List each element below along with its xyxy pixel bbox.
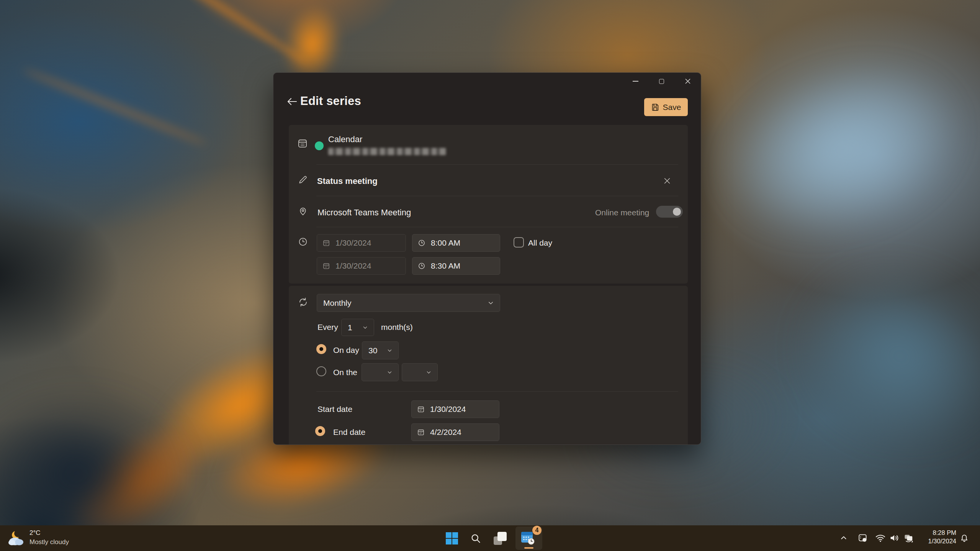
clock-field-icon xyxy=(418,239,425,247)
chevron-up-icon xyxy=(840,535,847,541)
calendar-icon xyxy=(297,138,308,149)
on-the-radio[interactable] xyxy=(316,366,326,376)
volume-button[interactable] xyxy=(888,531,901,544)
taskbar: 2°C Mostly cloudy 4 xyxy=(0,525,980,551)
calendar-field-icon xyxy=(322,262,330,270)
series-start-date-value: 1/30/2024 xyxy=(430,405,466,414)
tray-app-icon xyxy=(858,533,868,543)
bell-icon xyxy=(959,533,969,543)
series-start-date-field[interactable]: 1/30/2024 xyxy=(411,400,499,418)
week-ordinal-dropdown[interactable] xyxy=(362,363,399,381)
end-time-field[interactable]: 8:30 AM xyxy=(412,257,500,275)
chevron-down-icon xyxy=(387,348,392,353)
end-date-field[interactable]: 1/30/2024 xyxy=(317,257,406,275)
divider xyxy=(316,227,678,227)
windows-logo-icon xyxy=(446,532,458,544)
event-title-field[interactable]: Status meeting xyxy=(317,176,378,186)
clear-icon xyxy=(664,177,671,184)
divider xyxy=(316,391,678,392)
repeat-icon xyxy=(298,297,308,307)
wifi-icon xyxy=(875,533,886,543)
on-day-label: On day xyxy=(333,346,359,355)
clear-title-button[interactable] xyxy=(659,172,676,189)
start-date-value: 1/30/2024 xyxy=(335,238,371,248)
series-end-date-label: End date xyxy=(333,428,365,437)
minimize-button[interactable] xyxy=(627,73,644,90)
start-date-field[interactable]: 1/30/2024 xyxy=(317,234,406,252)
tray-sync-button[interactable] xyxy=(902,531,916,544)
task-view-icon xyxy=(494,532,507,545)
divider xyxy=(316,164,678,165)
calendar-field-icon xyxy=(417,405,425,413)
calendar-color-dot xyxy=(315,141,324,150)
series-end-date-field[interactable]: 4/2/2024 xyxy=(411,423,499,441)
search-button[interactable] xyxy=(469,531,483,545)
divider xyxy=(316,196,678,196)
clock-field-icon xyxy=(418,262,425,270)
weather-condition: Mostly cloudy xyxy=(29,538,69,547)
chevron-down-icon xyxy=(426,370,431,375)
recurrence-frequency-value: Monthly xyxy=(323,298,352,308)
task-view-button[interactable] xyxy=(493,531,507,545)
all-day-label: All day xyxy=(528,238,552,248)
on-day-radio[interactable] xyxy=(316,344,326,354)
recurrence-frequency-dropdown[interactable]: Monthly xyxy=(317,294,500,312)
weekday-dropdown[interactable] xyxy=(402,363,438,381)
chevron-down-icon xyxy=(363,325,368,330)
close-button[interactable] xyxy=(679,73,697,90)
taskbar-time: 8:28 PM xyxy=(928,528,956,537)
day-of-month-value: 30 xyxy=(368,346,377,355)
series-start-date-label: Start date xyxy=(317,405,352,414)
day-of-month-dropdown[interactable]: 30 xyxy=(362,341,399,359)
tray-app-button[interactable] xyxy=(856,531,869,544)
active-app-indicator xyxy=(524,547,533,549)
maximize-icon xyxy=(659,79,664,84)
start-time-field[interactable]: 8:00 AM xyxy=(412,234,500,252)
chevron-down-icon xyxy=(387,370,392,375)
account-email-redacted xyxy=(328,148,446,155)
pencil-icon xyxy=(298,175,308,185)
volume-icon xyxy=(889,533,900,543)
weather-temperature: 2°C xyxy=(29,528,69,538)
back-button[interactable] xyxy=(285,96,299,108)
start-time-value: 8:00 AM xyxy=(431,238,460,248)
search-icon xyxy=(470,533,481,544)
all-day-checkbox[interactable] xyxy=(514,237,524,248)
save-button[interactable]: Save xyxy=(644,98,688,116)
weather-moon-cloud-icon xyxy=(7,530,25,546)
calendar-picker-label[interactable]: Calendar xyxy=(328,134,362,144)
calendar-app-button[interactable]: 4 xyxy=(515,526,542,550)
every-label: Every xyxy=(317,323,338,332)
notification-center-button[interactable] xyxy=(957,531,971,544)
calendar-edit-series-window: Edit series Save Calendar Status meeting… xyxy=(273,72,701,445)
clock-icon xyxy=(298,237,308,247)
end-date-value: 1/30/2024 xyxy=(335,261,371,271)
start-button[interactable] xyxy=(445,531,459,545)
interval-unit-label: month(s) xyxy=(381,323,413,332)
online-meeting-label: Online meeting xyxy=(595,208,649,217)
background-branch xyxy=(21,66,209,147)
background-branch xyxy=(87,0,311,68)
weather-widget[interactable] xyxy=(5,528,27,548)
tray-overflow-button[interactable] xyxy=(838,532,849,544)
taskbar-clock[interactable]: 8:28 PM 1/30/2024 xyxy=(928,528,956,545)
save-button-label: Save xyxy=(663,103,681,112)
series-end-date-value: 4/2/2024 xyxy=(430,428,461,437)
interval-value: 1 xyxy=(348,323,352,332)
calendar-badge: 4 xyxy=(532,526,542,535)
maximize-button[interactable] xyxy=(653,73,670,90)
save-icon xyxy=(651,103,659,112)
chevron-down-icon xyxy=(488,300,494,306)
online-meeting-toggle[interactable] xyxy=(656,206,683,218)
location-field[interactable]: Microsoft Teams Meeting xyxy=(317,208,411,218)
interval-dropdown[interactable]: 1 xyxy=(341,319,374,336)
calendar-field-icon xyxy=(322,239,330,247)
wifi-button[interactable] xyxy=(874,531,887,544)
end-time-value: 8:30 AM xyxy=(431,261,460,271)
calendar-field-icon xyxy=(417,428,425,436)
end-date-radio[interactable] xyxy=(315,426,325,436)
toggle-knob xyxy=(673,208,681,216)
page-title: Edit series xyxy=(300,94,361,108)
location-pin-icon xyxy=(298,206,308,216)
taskbar-date: 1/30/2024 xyxy=(928,537,956,545)
